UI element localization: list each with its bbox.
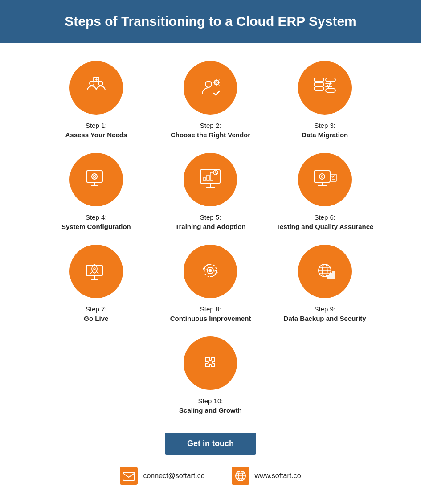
website-contact: www.softart.co <box>232 467 301 485</box>
svg-point-15 <box>93 175 95 177</box>
svg-rect-43 <box>333 271 335 279</box>
step-icon-circle-9 <box>298 245 352 298</box>
step-title-2: Choose the Right Vendor <box>171 130 250 139</box>
svg-point-0 <box>90 81 94 86</box>
steps-grid: Step 1: Assess Your Needs Step 2: Choose… <box>44 61 378 323</box>
get-in-touch-button[interactable]: Get in touch <box>165 433 256 455</box>
step-icon-backup <box>311 257 338 286</box>
svg-rect-41 <box>327 275 329 279</box>
step-icon-scaling <box>197 349 224 377</box>
svg-point-1 <box>98 81 103 86</box>
step-item-7: Step 7: Go Live <box>44 245 149 323</box>
step-icon-circle-3 <box>298 61 352 115</box>
step-icon-training <box>197 165 224 194</box>
svg-rect-7 <box>314 82 324 86</box>
svg-rect-23 <box>314 171 330 182</box>
step-item-1: Step 1: Assess Your Needs <box>44 61 149 139</box>
step-item-8: Step 8: Continuous Improvement <box>158 245 263 323</box>
step-icon-circle-10 <box>184 336 237 390</box>
step-item-6: Step 6: Testing and Quality Assurance <box>272 153 378 231</box>
website-text: www.softart.co <box>255 472 301 480</box>
main-content: Step 1: Assess Your Needs Step 2: Choose… <box>0 43 421 498</box>
svg-point-5 <box>216 82 217 83</box>
step-icon-vendor <box>197 74 224 102</box>
globe-icon <box>232 467 249 485</box>
step-label-4: Step 4: System Configuration <box>61 213 131 231</box>
step-icon-circle-4 <box>69 153 123 206</box>
svg-point-35 <box>209 269 212 271</box>
svg-rect-10 <box>326 89 335 92</box>
step-label-3: Step 3: Data Migration <box>302 121 348 139</box>
step-label-10: Step 10: Scaling and Growth <box>179 396 242 415</box>
step-label-6: Step 6: Testing and Quality Assurance <box>276 213 373 231</box>
svg-rect-42 <box>330 273 332 279</box>
cta-section: Get in touch connect@softart.co <box>120 433 301 485</box>
svg-rect-28 <box>331 174 336 181</box>
step-num-7: Step 7: <box>86 305 107 313</box>
step-item-3: Step 3: Data Migration <box>272 61 378 139</box>
step-icon-circle-5 <box>184 153 237 206</box>
step-item-4: Step 4: System Configuration <box>44 153 149 231</box>
step-title-3: Data Migration <box>302 130 348 139</box>
step-item-10: Step 10: Scaling and Growth <box>179 336 242 415</box>
step-10-row: Step 10: Scaling and Growth <box>179 336 242 415</box>
step-title-4: System Configuration <box>61 222 131 231</box>
step-num-4: Step 4: <box>86 213 107 221</box>
step-item-9: Step 9: Data Backup and Security <box>272 245 378 323</box>
step-label-8: Step 8: Continuous Improvement <box>170 304 251 323</box>
step-icon-circle-7 <box>69 245 123 298</box>
step-title-5: Training and Adoption <box>175 222 246 231</box>
svg-rect-11 <box>86 171 102 182</box>
step-icon-migration <box>311 74 338 102</box>
step-title-10: Scaling and Growth <box>179 406 242 415</box>
step-num-8: Step 8: <box>200 305 221 313</box>
svg-point-26 <box>319 174 325 179</box>
step-title-7: Go Live <box>84 314 108 323</box>
svg-rect-8 <box>314 87 324 90</box>
step-title-8: Continuous Improvement <box>170 314 251 323</box>
step-num-6: Step 6: <box>314 213 335 221</box>
step-label-7: Step 7: Go Live <box>84 304 108 323</box>
step-icon-config <box>83 165 110 194</box>
email-contact: connect@softart.co <box>120 467 204 485</box>
step-icon-circle-8 <box>184 245 237 298</box>
step-icon-circle-2 <box>184 61 237 115</box>
step-label-1: Step 1: Assess Your Needs <box>65 121 127 139</box>
step-num-5: Step 5: <box>200 213 221 221</box>
step-label-5: Step 5: Training and Adoption <box>175 213 246 231</box>
step-label-9: Step 9: Data Backup and Security <box>284 304 366 323</box>
step-num-2: Step 2: <box>200 122 221 129</box>
email-text: connect@softart.co <box>143 472 204 480</box>
step-title-6: Testing and Quality Assurance <box>276 222 373 231</box>
svg-rect-21 <box>210 172 213 180</box>
svg-point-32 <box>94 268 95 270</box>
page-header: Steps of Transitioning to a Cloud ERP Sy… <box>0 0 421 43</box>
step-num-1: Step 1: <box>86 122 107 129</box>
svg-rect-29 <box>86 265 102 276</box>
step-icon-assess <box>83 74 110 102</box>
step-num-10: Step 10: <box>198 397 223 405</box>
contact-row: connect@softart.co www.softart.co <box>120 467 301 485</box>
step-num-9: Step 9: <box>314 305 335 313</box>
svg-rect-9 <box>326 78 335 82</box>
page-title: Steps of Transitioning to a Cloud ERP Sy… <box>9 12 412 31</box>
svg-rect-6 <box>314 78 324 82</box>
svg-point-27 <box>321 176 323 177</box>
step-label-2: Step 2: Choose the Right Vendor <box>171 121 250 139</box>
svg-rect-20 <box>207 175 209 180</box>
email-icon <box>120 467 138 485</box>
step-icon-circle-6 <box>298 153 352 206</box>
step-icon-circle-1 <box>69 61 123 115</box>
step-item-2: Step 2: Choose the Right Vendor <box>158 61 263 139</box>
step-icon-testing <box>311 165 338 194</box>
step-icon-golive <box>83 257 110 286</box>
step-item-5: Step 5: Training and Adoption <box>158 153 263 231</box>
step-title-1: Assess Your Needs <box>65 130 127 139</box>
step-icon-continuous <box>197 257 224 286</box>
step-title-9: Data Backup and Security <box>284 314 366 323</box>
svg-rect-19 <box>203 178 206 180</box>
step-num-3: Step 3: <box>314 122 335 129</box>
svg-point-3 <box>205 81 212 87</box>
